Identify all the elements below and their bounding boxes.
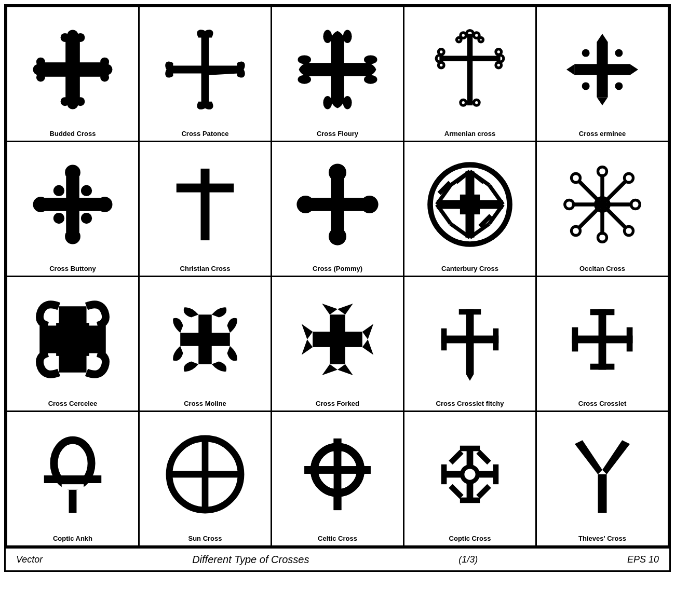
svg-rect-99 <box>56 323 89 356</box>
svg-point-55 <box>65 229 80 244</box>
svg-marker-115 <box>362 339 373 355</box>
cell-occitan-cross: Occitan Cross <box>537 142 669 277</box>
label-thieves-cross: Thieves' Cross <box>578 535 626 542</box>
svg-rect-100 <box>59 306 86 325</box>
svg-marker-111 <box>338 364 353 375</box>
label-cross-buttony: Cross Buttony <box>49 265 96 272</box>
symbol-thieves-cross <box>539 416 666 532</box>
symbol-cross-crosslet <box>539 281 666 398</box>
svg-point-35 <box>496 49 502 55</box>
svg-rect-63 <box>177 184 234 193</box>
cell-budded-cross: Budded Cross <box>7 7 140 142</box>
footer-format: EPS 10 <box>627 554 659 565</box>
main-container: Budded Cross <box>4 4 671 572</box>
cell-cross-pommy: Cross (Pommy) <box>272 142 404 277</box>
svg-rect-102 <box>39 325 59 353</box>
svg-point-9 <box>36 58 45 66</box>
cell-cross-erminee: Cross erminee <box>537 7 669 142</box>
svg-point-21 <box>298 75 312 84</box>
svg-point-33 <box>438 62 444 68</box>
symbol-coptic-ankh <box>9 416 136 532</box>
svg-rect-124 <box>590 309 615 316</box>
svg-point-93 <box>631 200 640 209</box>
label-canterbury-cross: Canterbury Cross <box>441 265 498 272</box>
svg-point-51 <box>598 65 607 74</box>
label-coptic-cross: Coptic Cross <box>449 535 491 542</box>
footer-center: Different Type of Crosses <box>192 554 309 566</box>
svg-rect-148 <box>441 464 447 484</box>
svg-rect-151 <box>476 450 491 465</box>
svg-point-67 <box>329 228 346 245</box>
svg-point-47 <box>582 49 590 57</box>
label-christian-cross: Christian Cross <box>180 265 231 272</box>
svg-point-58 <box>53 185 64 196</box>
page-footer: Vector Different Type of Crosses (1/3) E… <box>6 547 669 570</box>
svg-point-30 <box>479 37 483 42</box>
label-cross-crosslet: Cross Crosslet <box>578 400 626 407</box>
cell-cross-cercelee: Cross Cercelee <box>7 277 140 412</box>
svg-rect-1 <box>39 62 106 77</box>
svg-point-19 <box>343 96 352 109</box>
svg-marker-44 <box>597 97 608 105</box>
label-cross-moline: Cross Moline <box>184 400 226 407</box>
svg-point-91 <box>598 233 607 242</box>
symbol-occitan-cross <box>539 146 666 263</box>
symbol-christian-cross <box>142 146 268 263</box>
svg-rect-153 <box>476 484 491 499</box>
symbol-cross-forked <box>274 281 401 398</box>
svg-rect-119 <box>459 309 481 315</box>
svg-point-48 <box>615 49 623 57</box>
svg-point-16 <box>323 30 332 44</box>
svg-point-20 <box>298 55 312 64</box>
svg-rect-155 <box>598 474 607 513</box>
cell-armenian-cross: Armenian cross <box>404 7 537 142</box>
svg-point-29 <box>457 37 462 42</box>
label-sun-cross: Sun Cross <box>188 535 222 542</box>
symbol-cross-buttony <box>9 146 136 263</box>
svg-point-92 <box>565 200 574 209</box>
svg-marker-157 <box>602 440 630 474</box>
footer-left: Vector <box>16 554 43 565</box>
svg-rect-130 <box>44 475 102 483</box>
svg-rect-141 <box>304 466 371 474</box>
symbol-cross-crosslet-fitchy <box>407 281 533 398</box>
svg-point-49 <box>582 82 590 90</box>
svg-rect-40 <box>440 56 501 61</box>
label-cross-cercelee: Cross Cercelee <box>48 400 98 407</box>
cell-coptic-cross: Coptic Cross <box>404 412 537 547</box>
symbol-coptic-cross <box>407 416 533 532</box>
cell-cross-patonce: Cross Patonce <box>140 7 272 142</box>
label-cross-forked: Cross Forked <box>316 400 359 407</box>
symbol-armenian-cross <box>407 11 533 128</box>
svg-rect-144 <box>460 446 480 451</box>
symbol-cross-pommy <box>274 146 401 263</box>
svg-marker-110 <box>322 364 338 375</box>
symbol-cross-cercelee <box>9 281 136 398</box>
svg-point-3 <box>61 33 70 42</box>
svg-point-57 <box>97 197 113 212</box>
svg-point-38 <box>474 100 479 105</box>
symbol-cross-moline <box>142 281 268 398</box>
symbol-sun-cross <box>142 416 268 532</box>
svg-marker-45 <box>566 64 575 75</box>
svg-marker-108 <box>322 304 338 314</box>
cell-sun-cross: Sun Cross <box>140 412 272 547</box>
svg-point-56 <box>33 197 49 212</box>
svg-marker-46 <box>630 64 638 75</box>
svg-point-17 <box>343 30 352 44</box>
label-cross-erminee: Cross erminee <box>579 130 626 138</box>
symbol-budded-cross <box>9 11 136 128</box>
svg-marker-156 <box>575 440 602 474</box>
cell-cross-buttony: Cross Buttony <box>7 142 140 277</box>
svg-rect-127 <box>627 327 633 352</box>
svg-rect-154 <box>449 484 464 499</box>
svg-point-142 <box>462 467 478 482</box>
svg-point-61 <box>81 213 92 224</box>
svg-point-36 <box>496 62 502 68</box>
svg-point-96 <box>572 227 580 236</box>
cell-cross-forked: Cross Forked <box>272 277 404 412</box>
svg-point-59 <box>81 185 92 196</box>
svg-point-18 <box>323 96 332 109</box>
label-coptic-ankh: Coptic Ankh <box>53 535 92 542</box>
svg-rect-152 <box>449 450 464 465</box>
